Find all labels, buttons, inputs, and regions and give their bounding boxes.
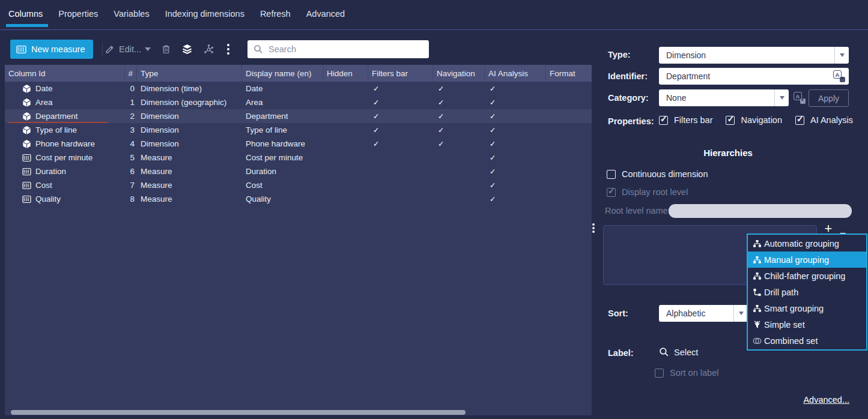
navigation-cell[interactable]: ✓ — [433, 139, 485, 148]
display-name-cell: Cost — [242, 181, 323, 190]
column-id-text: Phone hardware — [35, 139, 95, 148]
tab-refresh[interactable]: Refresh — [260, 0, 299, 28]
column-id-cell: Quality — [5, 192, 125, 206]
menu-item-combined-set[interactable]: Combined set — [748, 333, 866, 349]
identifier-input[interactable] — [659, 71, 833, 81]
menu-item-smart-grouping[interactable]: Smart grouping — [748, 300, 866, 316]
table-row[interactable]: Duration 6 Measure Duration ✓ — [5, 164, 592, 178]
table-row[interactable]: Area 1 Dimension (geographic) Area ✓ ✓ ✓ — [5, 95, 592, 109]
properties-label: Properties: — [608, 116, 654, 126]
menu-item-automatic-grouping[interactable]: Automatic grouping — [748, 235, 866, 252]
ai-analysis-cell[interactable]: ✓ — [485, 125, 546, 134]
table-row[interactable]: Date 0 Dimension (time) Date ✓ ✓ ✓ — [5, 82, 592, 95]
dimension-cube-icon — [22, 98, 32, 107]
panel-resize-handle[interactable] — [592, 223, 595, 233]
table-row[interactable]: Quality 8 Measure Quality ✓ — [5, 192, 592, 206]
menu-item-manual-grouping[interactable]: Manual grouping — [748, 252, 866, 268]
column-header[interactable]: Hidden — [323, 65, 368, 82]
layers-button[interactable] — [181, 40, 193, 59]
ai-analysis-cell[interactable]: ✓ — [485, 98, 546, 107]
type-cell: Dimension — [137, 112, 242, 121]
column-header[interactable]: Display name (en) — [242, 65, 323, 82]
table-row[interactable]: Cost 7 Measure Cost ✓ — [5, 178, 592, 192]
column-header[interactable]: Format — [546, 65, 592, 82]
grouping-icon — [753, 304, 762, 313]
type-dropdown[interactable]: Dimension — [659, 47, 849, 64]
ai-analysis-cell[interactable]: ✓ — [485, 84, 546, 93]
tab-properties[interactable]: Properties — [58, 0, 106, 28]
tab-label: Variables — [114, 9, 149, 19]
column-header[interactable]: # — [125, 65, 137, 82]
label-select-button[interactable]: Select — [659, 347, 698, 357]
table-body: Date 0 Dimension (time) Date ✓ ✓ ✓ Area … — [5, 82, 592, 206]
sort-dropdown[interactable]: Alphabetic — [659, 305, 748, 322]
menu-item-label: Child-father grouping — [764, 271, 845, 281]
trash-icon — [161, 44, 171, 55]
column-header[interactable]: Column Id — [5, 65, 125, 82]
table-row[interactable]: Phone hardware 4 Dimension Phone hardwar… — [5, 137, 592, 151]
type-cell: Dimension — [137, 139, 242, 148]
ai-analysis-cell[interactable]: ✓ — [485, 139, 546, 148]
root-level-name-input[interactable] — [669, 204, 852, 218]
menu-item-simple-set[interactable]: Simple set — [748, 316, 866, 333]
type-cell: Measure — [137, 194, 242, 203]
property-checkbox-row[interactable]: AI Analysis — [795, 115, 853, 125]
relations-button[interactable] — [203, 40, 214, 59]
column-header[interactable]: Filters bar — [368, 65, 433, 82]
menu-item-child-father-grouping[interactable]: Child-father grouping — [748, 268, 866, 284]
apply-button[interactable]: Apply — [809, 89, 849, 107]
delete-button[interactable] — [161, 40, 171, 59]
sort-label: Sort: — [608, 309, 628, 318]
new-measure-button[interactable]: New measure — [10, 40, 93, 59]
filters-bar-cell[interactable]: ✓ — [368, 98, 433, 107]
tab-indexing-dimensions[interactable]: Indexing dimensions — [165, 0, 252, 28]
filters-bar-cell[interactable]: ✓ — [368, 139, 433, 148]
tab-variables[interactable]: Variables — [114, 0, 157, 28]
ai-analysis-cell[interactable]: ✓ — [485, 112, 546, 121]
ai-analysis-cell[interactable]: ✓ — [485, 167, 546, 176]
column-header[interactable]: Type — [137, 65, 242, 82]
column-header[interactable]: AI Analysis — [485, 65, 546, 82]
horizontal-scrollbar-thumb[interactable] — [11, 410, 466, 415]
edit-button[interactable]: Edit... — [105, 40, 141, 59]
navigation-cell[interactable]: ✓ — [433, 125, 485, 134]
category-dropdown[interactable]: None — [659, 89, 789, 106]
property-checkbox-row[interactable]: Navigation — [726, 115, 782, 125]
search-input[interactable] — [269, 44, 423, 54]
ai-analysis-cell[interactable]: ✓ — [485, 181, 546, 190]
tab-advanced[interactable]: Advanced — [306, 0, 353, 28]
checkbox-icon — [726, 116, 735, 125]
ai-analysis-cell[interactable]: ✓ — [485, 194, 546, 203]
grouping-icon — [753, 272, 762, 280]
table-row[interactable]: Type of line 3 Dimension Type of line ✓ … — [5, 123, 592, 137]
more-options-button[interactable] — [227, 40, 229, 59]
checkbox-icon — [795, 116, 804, 125]
filters-bar-cell[interactable]: ✓ — [368, 112, 433, 121]
tab-label: Properties — [58, 9, 98, 19]
checkbox-icon — [659, 116, 668, 125]
display-name-cell: Quality — [242, 194, 323, 203]
navigation-cell[interactable]: ✓ — [433, 112, 485, 121]
table-row[interactable]: Cost per minute 5 Measure Cost per minut… — [5, 151, 592, 164]
advanced-link[interactable]: Advanced... — [745, 395, 849, 405]
translate-icon[interactable]: A — [794, 92, 806, 104]
continuous-dimension-checkbox-row[interactable]: Continuous dimension — [607, 169, 708, 179]
index-cell: 0 — [125, 84, 137, 93]
chevron-down-icon — [834, 47, 849, 64]
translate-icon[interactable]: A — [833, 70, 845, 82]
property-label: Filters bar — [674, 115, 712, 125]
measure-abacus-icon — [22, 167, 32, 176]
ai-analysis-cell[interactable]: ✓ — [485, 153, 546, 162]
tab-columns[interactable]: Columns — [8, 0, 50, 28]
edit-dropdown-caret[interactable] — [145, 40, 151, 59]
filters-bar-cell[interactable]: ✓ — [368, 84, 433, 93]
table-row[interactable]: Department 2 Dimension Department ✓ ✓ ✓ — [5, 109, 592, 123]
sort-on-label-label: Sort on label — [670, 368, 718, 378]
property-checkbox-row[interactable]: Filters bar — [659, 115, 712, 125]
filters-bar-cell[interactable]: ✓ — [368, 125, 433, 134]
column-header[interactable]: Navigation — [433, 65, 485, 82]
type-cell: Measure — [137, 167, 242, 176]
menu-item-drill-path[interactable]: Drill path — [748, 284, 866, 300]
navigation-cell[interactable]: ✓ — [433, 84, 485, 93]
navigation-cell[interactable]: ✓ — [433, 98, 485, 107]
